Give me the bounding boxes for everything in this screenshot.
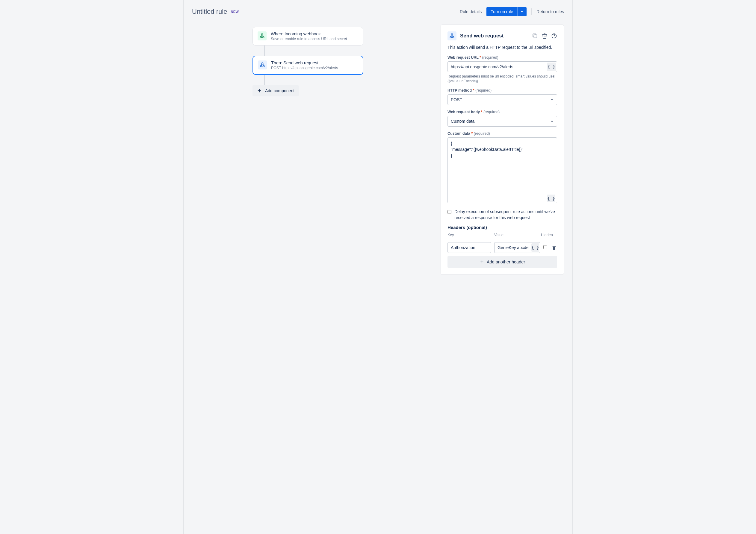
body-select[interactable]: Custom data (447, 116, 557, 127)
header-delete-button[interactable] (552, 245, 557, 250)
smart-values-button[interactable]: { } (531, 243, 539, 252)
panel-description: This action will send a HTTP request to … (447, 45, 557, 51)
new-badge: NEW (230, 9, 239, 14)
top-bar: Untitled rule NEW Rule details Turn on r… (192, 7, 564, 16)
delete-button[interactable] (542, 33, 548, 39)
svg-point-8 (450, 37, 451, 38)
svg-point-13 (554, 37, 554, 38)
delay-label: Delay execution of subsequent rule actio… (454, 209, 557, 220)
smart-values-button[interactable]: { } (547, 194, 555, 202)
chevron-down-icon (520, 10, 524, 13)
method-select[interactable]: POST (447, 94, 557, 105)
custom-data-label: Custom data * (required) (447, 131, 557, 136)
svg-point-1 (263, 37, 264, 38)
header-key-input[interactable] (447, 242, 491, 253)
connector-line (264, 45, 265, 56)
rule-details-button[interactable]: Rule details (460, 9, 482, 14)
rule-title: Untitled rule (192, 8, 227, 15)
turn-on-rule-button[interactable]: Turn on rule (486, 7, 517, 16)
plus-icon (479, 260, 484, 264)
trigger-node[interactable]: When: Incoming webhook Save or enable ru… (253, 27, 363, 45)
action-title: Then: Send web request (271, 61, 338, 65)
connector-line (264, 75, 265, 85)
add-component-button[interactable]: Add component (253, 85, 299, 96)
divider (531, 8, 532, 15)
header-row: { } (447, 242, 557, 253)
action-subtitle: POST https://api.opsgenie.com/v2/alerts (271, 66, 338, 70)
svg-point-4 (263, 65, 264, 67)
add-component-label: Add component (265, 88, 294, 93)
delay-checkbox[interactable] (447, 210, 451, 214)
action-config-panel: Send web request This action will send a… (441, 25, 564, 275)
plus-icon (257, 88, 262, 93)
panel-title: Send web request (460, 33, 503, 39)
add-header-label: Add another header (487, 260, 525, 264)
url-help-text: Request parameters must be url encoded, … (447, 74, 557, 84)
duplicate-button[interactable] (532, 33, 538, 39)
method-label: HTTP method * (required) (447, 88, 557, 92)
url-input[interactable] (447, 61, 557, 72)
svg-point-3 (260, 65, 262, 67)
headers-column-header: Key Value Hidden (447, 233, 557, 239)
custom-data-textarea[interactable] (447, 138, 557, 203)
webhook-icon (257, 32, 267, 40)
copy-icon (532, 33, 538, 39)
smart-values-button[interactable]: { } (547, 63, 556, 71)
return-to-rules-button[interactable]: Return to rules (536, 9, 564, 14)
help-icon (551, 33, 557, 39)
svg-rect-11 (534, 35, 537, 38)
headers-title: Headers (optional) (447, 225, 557, 230)
trash-icon (542, 33, 548, 39)
action-node[interactable]: Then: Send web request POST https://api.… (253, 56, 363, 75)
turn-on-rule-dropdown[interactable] (517, 7, 526, 16)
body-label: Web request body * (required) (447, 110, 557, 114)
help-button[interactable] (551, 33, 557, 39)
svg-point-9 (453, 37, 454, 38)
header-hidden-checkbox[interactable] (543, 245, 547, 249)
add-header-button[interactable]: Add another header (447, 256, 557, 268)
turn-on-rule-split-button: Turn on rule (486, 7, 526, 16)
trigger-title: When: Incoming webhook (271, 32, 347, 36)
trash-icon (552, 245, 556, 250)
svg-point-0 (260, 37, 261, 38)
rule-canvas: When: Incoming webhook Save or enable ru… (192, 25, 424, 275)
web-request-icon (447, 32, 456, 40)
web-request-icon (258, 61, 267, 69)
url-label: Web request URL * (required) (447, 55, 557, 60)
trigger-subtitle: Save or enable rule to access URL and se… (271, 37, 347, 41)
